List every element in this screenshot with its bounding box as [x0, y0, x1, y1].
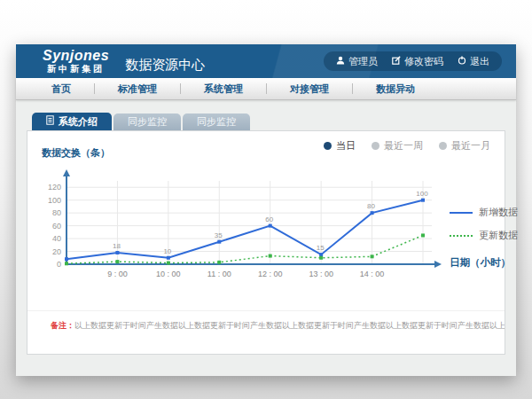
svg-text:35: 35 [215, 231, 223, 239]
nav-item-data-change[interactable]: 数据异动 [353, 82, 438, 96]
legend-label: 新增数据 [479, 206, 518, 219]
page-title: 数据资源中心 [125, 57, 205, 74]
svg-text:18: 18 [113, 242, 121, 250]
svg-text:0: 0 [57, 260, 61, 269]
svg-text:20: 20 [52, 247, 61, 256]
nav-item-home[interactable]: 首页 [28, 82, 94, 96]
range-option-last-week[interactable]: 最近一周 [372, 139, 423, 153]
logout-label: 退出 [470, 55, 489, 68]
legend-item-update-data: 更新数据 [450, 229, 532, 242]
main-nav: 首页 标准管理 系统管理 对接管理 数据异动 [16, 78, 516, 100]
svg-text:60: 60 [52, 222, 61, 231]
svg-text:11 : 00: 11 : 00 [207, 270, 231, 278]
svg-text:10 : 00: 10 : 00 [156, 270, 181, 278]
tab-sync-monitor-1[interactable]: 同步监控 [113, 113, 181, 130]
svg-text:120: 120 [48, 183, 61, 192]
tab-sync-monitor-2[interactable]: 同步监控 [183, 113, 250, 130]
svg-text:10: 10 [163, 247, 171, 255]
tab-label: 同步监控 [128, 113, 167, 130]
logout-button[interactable]: 退出 [458, 55, 489, 68]
svg-text:40: 40 [52, 234, 61, 243]
svg-text:100: 100 [48, 196, 61, 205]
change-password-label: 修改密码 [404, 55, 443, 68]
user-name-label: 管理员 [348, 55, 378, 68]
user-menu-admin[interactable]: 管理员 [336, 55, 378, 68]
svg-text:13 : 00: 13 : 00 [309, 270, 333, 278]
svg-text:60: 60 [265, 215, 273, 223]
svg-text:12 : 00: 12 : 00 [258, 270, 283, 278]
power-icon [458, 56, 466, 66]
user-menu: 管理员 修改密码 退出 [324, 51, 502, 71]
change-password-button[interactable]: 修改密码 [392, 55, 443, 68]
edit-icon [392, 56, 401, 66]
logo-brand-text: Synjones [43, 49, 109, 63]
tab-label: 同步监控 [197, 113, 236, 130]
radio-icon [324, 142, 332, 150]
svg-text:100: 100 [416, 190, 428, 198]
app-window: Synjones 新中新集团 数据资源中心 管理员 修改密码 退出 [16, 44, 516, 376]
x-axis-title: 日期（小时） [450, 256, 532, 270]
range-option-label: 当日 [336, 139, 356, 153]
solid-line-icon [450, 212, 473, 214]
svg-text:80: 80 [367, 202, 375, 210]
dotted-line-icon [450, 235, 473, 237]
tab-label: 系统介绍 [59, 113, 98, 130]
range-option-last-month[interactable]: 最近一月 [439, 139, 490, 153]
range-option-label: 最近一周 [384, 139, 423, 153]
svg-text:数据交换（条）: 数据交换（条） [41, 147, 110, 159]
time-range-selector: 当日 最近一周 最近一月 [324, 139, 490, 153]
nav-item-standard-mgmt[interactable]: 标准管理 [95, 82, 180, 96]
svg-text:9 : 00: 9 : 00 [107, 270, 128, 278]
legend-label: 更新数据 [479, 229, 518, 242]
nav-item-system-mgmt[interactable]: 系统管理 [181, 82, 266, 96]
logo-company-text: 新中新集团 [43, 65, 109, 74]
footnote: 备注：以上数据更新于时间产生数据以上数据更新于时间产生数据以上数据更新于时间产生… [27, 310, 505, 332]
document-icon [46, 113, 54, 130]
svg-text:15: 15 [317, 244, 325, 252]
range-option-today[interactable]: 当日 [324, 139, 356, 153]
tab-system-intro[interactable]: 系统介绍 [32, 113, 112, 130]
content-area: 系统介绍 同步监控 同步监控 当日 最近一周 [16, 100, 516, 376]
chart-legend: 新增数据 更新数据 日期（小时） [450, 142, 532, 282]
synjones-logo: Synjones 新中新集团 [43, 49, 109, 74]
user-icon [336, 56, 345, 66]
footnote-text: 以上数据更新于时间产生数据以上数据更新于时间产生数据以上数据更新于时间产生数据以… [74, 321, 505, 330]
svg-text:80: 80 [52, 208, 61, 217]
tab-bar: 系统介绍 同步监控 同步监控 [32, 100, 505, 130]
line-chart: 数据交换（条）0204060801001209 : 0010 : 0011 : … [36, 142, 450, 282]
range-option-label: 最近一月 [451, 139, 490, 153]
nav-item-interface-mgmt[interactable]: 对接管理 [267, 82, 352, 96]
chart-region: 数据交换（条）0204060801001209 : 0010 : 0011 : … [36, 142, 532, 282]
app-header: Synjones 新中新集团 数据资源中心 管理员 修改密码 退出 [16, 44, 516, 78]
footnote-label: 备注： [51, 321, 74, 330]
radio-icon [439, 142, 447, 150]
radio-icon [372, 142, 379, 150]
svg-text:14 : 00: 14 : 00 [360, 270, 385, 278]
legend-item-new-data: 新增数据 [450, 206, 532, 219]
chart-card: 当日 最近一周 最近一月 数据交换（条）0204060801001209 : 0… [27, 130, 505, 355]
